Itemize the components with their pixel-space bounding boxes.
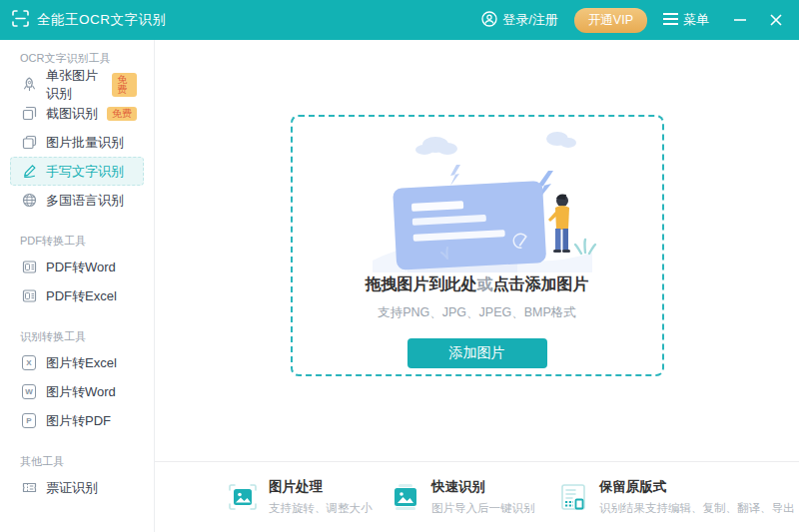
close-button[interactable] — [767, 11, 785, 29]
sidebar-item-label: 多国语言识别 — [46, 192, 124, 210]
content: OCR文字识别工具 单张图片识别 免费 截图识别 免费 — [0, 40, 799, 532]
feature-image-processing: 图片处理 支持旋转、调整大小 — [227, 478, 390, 516]
sidebar-item-handwriting-ocr[interactable]: 手写文字识别 — [10, 157, 144, 186]
section-label: PDF转换工具 — [10, 229, 144, 253]
open-vip-button[interactable]: 开通VIP — [574, 8, 647, 33]
feature-desc: 图片导入后一键识别 — [431, 501, 535, 516]
sidebar-item-label: 图片转PDF — [46, 412, 111, 430]
feature-title: 快速识别 — [431, 478, 535, 496]
feature-keep-layout: 保留原版式 识别结果支持编辑、复制、翻译、导出 — [557, 478, 795, 516]
titlebar-right: 登录/注册 开通VIP 菜单 — [481, 8, 785, 33]
ticket-icon — [21, 480, 37, 496]
file-letter: P — [22, 413, 36, 428]
file-letter: X — [22, 355, 36, 370]
feature-fast-recognition: 快速识别 图片导入后一键识别 — [390, 478, 557, 516]
sidebar-item-pdf-to-excel[interactable]: PDF转Excel — [10, 281, 144, 310]
sidebar-item-batch-ocr[interactable]: 图片批量识别 — [10, 128, 144, 157]
user-icon — [481, 11, 497, 30]
dropzone-title: 拖拽图片到此处或点击添加图片 — [366, 274, 589, 295]
app-title: 全能王OCR文字识别 — [37, 11, 167, 29]
file-letter: W — [22, 384, 36, 399]
feature-desc: 支持旋转、调整大小 — [269, 501, 373, 516]
app-window: 全能王OCR文字识别 登录/注册 开通VIP 菜单 — [0, 0, 799, 532]
sidebar-item-single-image-ocr[interactable]: 单张图片识别 免费 — [10, 70, 144, 99]
sidebar-section-other: 其他工具 票证识别 — [10, 449, 144, 502]
sidebar-item-image-to-word[interactable]: W 图片转Word — [10, 377, 144, 406]
section-label: 识别转换工具 — [10, 324, 144, 348]
features-footer: 图片处理 支持旋转、调整大小 快速识别 图片导入后一键识别 — [155, 461, 799, 532]
window-controls — [731, 11, 785, 29]
app-scan-logo-icon — [12, 10, 29, 31]
screenshot-icon — [21, 106, 37, 122]
batch-images-icon — [21, 135, 37, 151]
supported-formats: 支持PNG、JPG、JPEG、BMP格式 — [378, 304, 576, 321]
free-badge: 免费 — [107, 107, 137, 121]
sidebar-item-label: 单张图片识别 — [46, 67, 103, 103]
hamburger-icon — [663, 13, 678, 28]
sidebar-section-convert: 识别转换工具 X 图片转Excel W 图片转Word P 图片转PDF — [10, 324, 144, 435]
sidebar-item-label: 票证识别 — [46, 479, 98, 497]
menu-label: 菜单 — [683, 11, 709, 29]
sidebar-item-image-to-pdf[interactable]: P 图片转PDF — [10, 406, 144, 435]
feature-title: 图片处理 — [269, 478, 373, 496]
sidebar-item-image-to-excel[interactable]: X 图片转Excel — [10, 348, 144, 377]
sidebar: OCR文字识别工具 单张图片识别 免费 截图识别 免费 — [0, 40, 155, 532]
sidebar-item-screenshot-ocr[interactable]: 截图识别 免费 — [10, 99, 144, 128]
sidebar-item-label: 手写文字识别 — [46, 163, 124, 181]
keep-layout-icon — [557, 482, 589, 512]
image-dropzone[interactable]: 拖拽图片到此处或点击添加图片 支持PNG、JPG、JPEG、BMP格式 添加图片 — [291, 115, 664, 376]
sidebar-item-pdf-to-word[interactable]: PDF转Word — [10, 253, 144, 281]
globe-icon — [21, 193, 37, 209]
menu-button[interactable]: 菜单 — [663, 11, 709, 29]
file-p-icon: P — [21, 413, 37, 429]
login-register-label: 登录/注册 — [502, 11, 558, 29]
doc-convert-icon — [21, 288, 37, 304]
sidebar-item-label: 图片批量识别 — [46, 134, 124, 152]
sidebar-item-label: PDF转Excel — [46, 287, 117, 305]
sidebar-section-pdf: PDF转换工具 PDF转Word PDF转Excel — [10, 229, 144, 310]
free-badge: 免费 — [112, 73, 137, 97]
upload-illustration — [353, 123, 602, 272]
sidebar-item-label: PDF转Word — [46, 259, 116, 276]
feature-title: 保留原版式 — [599, 478, 795, 496]
single-image-icon — [21, 77, 37, 93]
login-register-button[interactable]: 登录/注册 — [481, 11, 558, 30]
dropzone-title-part1: 拖拽图片到此处 — [366, 275, 477, 292]
handwriting-pen-icon — [21, 164, 37, 180]
titlebar-left: 全能王OCR文字识别 — [12, 10, 167, 31]
sidebar-item-multilanguage-ocr[interactable]: 多国语言识别 — [10, 186, 144, 215]
sidebar-item-ticket-ocr[interactable]: 票证识别 — [10, 473, 144, 502]
image-edit-icon — [227, 482, 259, 512]
file-w-icon: W — [21, 384, 37, 400]
file-x-icon: X — [21, 355, 37, 371]
sidebar-section-ocr: OCR文字识别工具 单张图片识别 免费 截图识别 免费 — [10, 46, 144, 215]
add-image-button[interactable]: 添加图片 — [407, 338, 547, 368]
dropzone-title-or: 或 — [477, 275, 493, 292]
dropzone-title-part2: 点击添加图片 — [493, 275, 589, 292]
doc-convert-icon — [21, 260, 37, 275]
sidebar-item-label: 图片转Excel — [46, 354, 117, 372]
sidebar-item-label: 图片转Word — [46, 383, 116, 401]
feature-desc: 识别结果支持编辑、复制、翻译、导出 — [599, 501, 795, 516]
fast-recognize-icon — [390, 482, 421, 512]
minimize-button[interactable] — [731, 11, 749, 29]
dropzone-area: 拖拽图片到此处或点击添加图片 支持PNG、JPG、JPEG、BMP格式 添加图片 — [155, 40, 799, 461]
titlebar: 全能王OCR文字识别 登录/注册 开通VIP 菜单 — [0, 0, 799, 40]
sidebar-item-label: 截图识别 — [46, 105, 98, 123]
main-panel: 拖拽图片到此处或点击添加图片 支持PNG、JPG、JPEG、BMP格式 添加图片… — [155, 40, 799, 532]
section-label: 其他工具 — [10, 449, 144, 473]
